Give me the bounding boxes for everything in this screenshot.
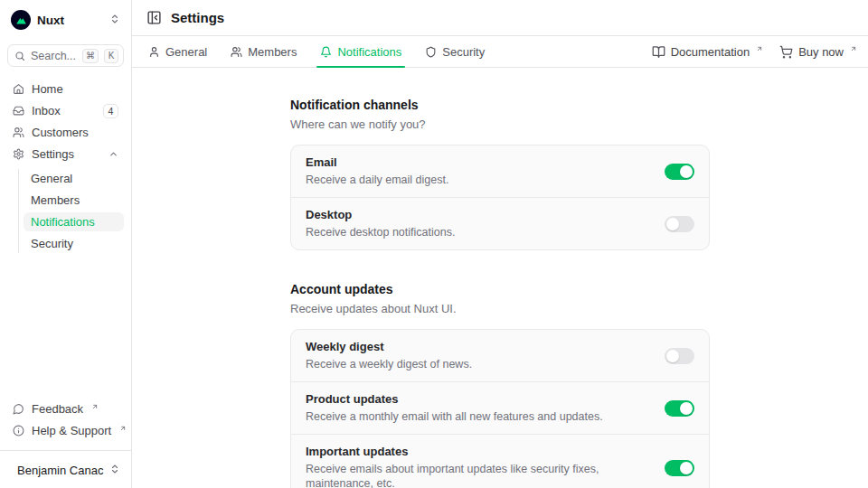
sidebar-subitem-general[interactable]: General [24, 169, 124, 188]
tab-label: Notifications [337, 45, 401, 59]
search-placeholder: Search... [31, 50, 77, 62]
sidebar-subitem-label: Security [31, 237, 73, 250]
toggle-knob [666, 350, 679, 362]
buy-now-label: Buy now [798, 45, 844, 59]
setting-row-email: Email Receive a daily email digest. [291, 145, 709, 197]
external-link-icon [119, 425, 127, 432]
setting-description: Receive a daily email digest. [306, 173, 650, 187]
tabbar-actions: Documentation Buy now [652, 36, 857, 67]
chevrons-up-down-icon [109, 14, 120, 27]
setting-row-desktop: Desktop Receive desktop notifications. [291, 198, 709, 249]
setting-description: Receive a weekly digest of news. [306, 357, 650, 371]
tab-members[interactable]: Members [229, 36, 298, 67]
user-icon [148, 46, 160, 58]
message-circle-icon [13, 403, 24, 415]
main-panel: Settings General Members Notifications S… [132, 0, 868, 488]
sidebar-subitem-members[interactable]: Members [24, 191, 124, 210]
sidebar-item-settings[interactable]: Settings [7, 145, 124, 164]
setting-description: Receive emails about important updates l… [306, 462, 650, 488]
setting-row-weekly-digest: Weekly digest Receive a weekly digest of… [291, 330, 709, 381]
inbox-icon [13, 105, 24, 117]
tab-label: Security [442, 45, 485, 59]
search-input[interactable]: Search... ⌘ K [7, 44, 124, 67]
users-icon [231, 46, 242, 58]
panel-left-close-icon [146, 10, 162, 25]
app-window: Nuxt Search... ⌘ K Home Inbox [0, 0, 868, 488]
tab-security[interactable]: Security [423, 36, 486, 67]
settings-content: Notification channels Where can we notif… [132, 68, 868, 488]
main-header: Settings [132, 0, 868, 36]
documentation-link[interactable]: Documentation [652, 45, 763, 59]
sidebar-divider [0, 450, 131, 451]
settings-tabbar: General Members Notifications Security D… [132, 36, 868, 68]
tab-notifications[interactable]: Notifications [318, 36, 403, 67]
section-title: Account updates [290, 281, 710, 297]
tab-label: General [165, 45, 207, 59]
chevrons-up-down-icon [109, 464, 120, 477]
section-account-updates: Account updates Receive updates about Nu… [290, 281, 710, 488]
tab-label: Members [248, 45, 297, 59]
sidebar-subitem-label: Members [31, 193, 80, 207]
sidebar-item-label: Customers [32, 126, 118, 139]
bell-icon [320, 46, 332, 58]
book-open-icon [652, 45, 665, 59]
page-title: Settings [171, 10, 224, 25]
external-link-icon [850, 45, 857, 52]
setting-description: Receive desktop notifications. [306, 225, 650, 239]
kbd-cmd: ⌘ [82, 49, 99, 63]
kbd-k: K [104, 49, 118, 63]
notification-channels-card: Email Receive a daily email digest. Desk… [290, 145, 710, 250]
setting-label: Desktop [306, 208, 650, 222]
sidebar-item-label: Settings [32, 147, 101, 161]
sidebar-nav: Home Inbox 4 Customers Settings [7, 80, 124, 253]
sidebar-subitem-notifications[interactable]: Notifications [24, 212, 124, 231]
workspace-switcher[interactable]: Nuxt [7, 7, 124, 33]
toggle-knob [666, 218, 679, 230]
sidebar-footer: Feedback Help & Support Benjamin [7, 399, 124, 481]
important-updates-toggle[interactable] [665, 460, 694, 476]
email-toggle[interactable] [665, 164, 694, 180]
section-subtitle: Receive updates about Nuxt UI. [290, 302, 710, 316]
sidebar: Nuxt Search... ⌘ K Home Inbox [0, 0, 132, 488]
setting-row-important-updates: Important updates Receive emails about i… [291, 435, 709, 488]
desktop-toggle[interactable] [665, 216, 694, 232]
feedback-label: Feedback [32, 402, 83, 416]
sidebar-item-label: Home [32, 82, 118, 96]
shield-icon [425, 46, 437, 58]
section-subtitle: Where can we notify you? [290, 117, 710, 132]
setting-label: Weekly digest [306, 340, 650, 354]
buy-now-link[interactable]: Buy now [779, 45, 857, 59]
feedback-link[interactable]: Feedback [7, 399, 124, 418]
tab-general[interactable]: General [146, 36, 209, 67]
setting-description: Receive a monthly email with all new fea… [306, 409, 650, 424]
external-link-icon [91, 403, 99, 410]
toggle-knob [680, 462, 693, 474]
external-link-icon [756, 45, 763, 52]
sidebar-subitem-label: General [31, 172, 72, 185]
help-support-label: Help & Support [32, 424, 111, 437]
documentation-label: Documentation [671, 45, 750, 59]
sidebar-item-label: Inbox [32, 104, 96, 117]
workspace-name: Nuxt [37, 14, 103, 27]
shopping-cart-icon [779, 45, 793, 59]
settings-subnav: General Members Notifications Security [18, 169, 124, 253]
chevron-up-icon [108, 149, 118, 159]
nuxt-logo-icon [11, 10, 31, 30]
home-icon [13, 83, 24, 95]
collapse-sidebar-button[interactable] [146, 10, 162, 25]
sidebar-item-customers[interactable]: Customers [7, 123, 124, 142]
help-support-link[interactable]: Help & Support [7, 421, 124, 440]
sidebar-subitem-label: Notifications [31, 215, 95, 229]
account-updates-card: Weekly digest Receive a weekly digest of… [290, 329, 710, 488]
setting-label: Product updates [306, 392, 650, 407]
sidebar-subitem-security[interactable]: Security [24, 234, 124, 253]
setting-label: Email [306, 155, 650, 170]
user-menu[interactable]: Benjamin Canac [7, 454, 124, 481]
user-name: Benjamin Canac [17, 464, 103, 477]
setting-row-product-updates: Product updates Receive a monthly email … [291, 382, 709, 434]
sidebar-item-inbox[interactable]: Inbox 4 [7, 101, 124, 120]
sidebar-item-home[interactable]: Home [7, 80, 124, 99]
weekly-digest-toggle[interactable] [665, 348, 694, 364]
product-updates-toggle[interactable] [665, 400, 694, 417]
info-circle-icon [13, 425, 24, 436]
